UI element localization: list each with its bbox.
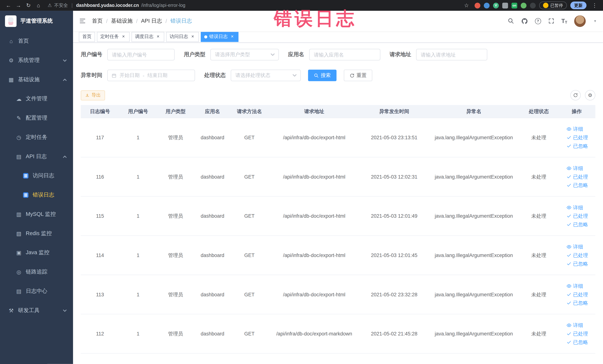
filter-label-user-type: 用户类型 — [184, 51, 205, 58]
fullscreen-icon[interactable] — [548, 18, 555, 24]
github-icon[interactable] — [521, 17, 528, 24]
mark-processed-link[interactable]: 已处理 — [567, 252, 588, 259]
export-button[interactable]: 导出 — [81, 90, 105, 100]
close-icon[interactable]: × — [190, 34, 195, 39]
cell-log-id: 114 — [81, 252, 119, 258]
browser-forward-icon[interactable]: → — [14, 1, 23, 10]
user-no-input[interactable] — [107, 49, 175, 60]
detail-link[interactable]: 详细 — [567, 243, 583, 250]
vue-devtools-icon[interactable]: V — [493, 2, 499, 8]
sidebar-item-config-management[interactable]: ✎ 配置管理 — [0, 108, 73, 128]
search-button-label: 搜索 — [321, 72, 331, 79]
tab-access-log[interactable]: 访问日志 × — [166, 32, 199, 42]
sidebar-item-label: 日志中心 — [26, 288, 47, 295]
extension-on-badge[interactable]: on — [511, 2, 517, 8]
close-icon[interactable]: × — [121, 34, 126, 39]
sidebar-item-system[interactable]: ⚙ 系统管理 — [0, 51, 73, 70]
search-icon[interactable] — [508, 18, 514, 24]
browser-home-icon[interactable]: ⌂ — [34, 1, 43, 10]
mark-processed-link[interactable]: 已处理 — [567, 173, 588, 180]
mark-ignored-link[interactable]: 已忽略 — [567, 182, 588, 188]
mark-ignored-link[interactable]: 已忽略 — [567, 260, 588, 267]
sidebar-item-dev-tools[interactable]: ⚒ 研发工具 — [0, 301, 73, 320]
detail-link[interactable]: 详细 — [567, 165, 583, 172]
mark-ignored-link[interactable]: 已忽略 — [567, 143, 588, 150]
breadcrumb-item[interactable]: API 日志 — [141, 17, 162, 24]
avatar-caret-icon[interactable]: ▾ — [594, 19, 596, 23]
detail-link[interactable]: 详细 — [567, 126, 583, 132]
help-icon[interactable]: ? — [535, 18, 541, 24]
exception-time-range-picker[interactable]: 开始日期 - 结束日期 — [107, 70, 195, 81]
user-type-select[interactable]: 请选择用户类型 — [210, 49, 279, 60]
tab-home[interactable]: 首页 — [79, 32, 95, 42]
gear-icon: ⚙ — [8, 57, 14, 63]
document-icon: ▤ — [15, 153, 22, 160]
app-logo[interactable]: 芋道管理系统 — [0, 11, 73, 32]
cell-exception-name: java.lang.IllegalArgumentException — [428, 252, 520, 258]
cell-status: 未处理 — [520, 134, 558, 141]
browser-reload-icon[interactable]: ↻ — [24, 1, 33, 10]
bookmark-star-icon[interactable]: ☆ — [462, 1, 471, 10]
sidebar-item-java-monitor[interactable]: ▣ Java 监控 — [0, 243, 73, 262]
paused-badge[interactable]: 已暂停 — [539, 1, 567, 9]
sidebar-item-scheduled-jobs[interactable]: ◷ 定时任务 — [0, 128, 73, 147]
status-select[interactable]: 请选择处理状态 — [231, 70, 301, 81]
cell-exception-name: java.lang.IllegalArgumentException — [428, 213, 520, 219]
cell-user-type: 管理员 — [157, 173, 194, 180]
request-url-input[interactable] — [416, 49, 487, 60]
header-actions: ? TT ▾ — [508, 15, 603, 27]
breadcrumb-item[interactable]: 基础设施 — [111, 17, 133, 24]
mark-processed-link[interactable]: 已处理 — [567, 134, 588, 141]
tab-schedule-log[interactable]: 调度日志 × — [132, 32, 164, 42]
sidebar-item-api-log[interactable]: ▤ API 日志 — [0, 147, 73, 166]
sidebar-item-tracing[interactable]: ◎ 链路追踪 — [0, 262, 73, 282]
detail-link[interactable]: 详细 — [567, 322, 583, 329]
browser-toolbar: ← → ↻ ⌂ ⚠ 不安全 | dashboard.yudao.iocoder.… — [0, 0, 603, 11]
cell-actions: 详细 已处理 已忽略 — [558, 282, 595, 306]
sidebar-item-mysql-monitor[interactable]: ▥ MySQL 监控 — [0, 205, 73, 224]
detail-link[interactable]: 详细 — [567, 282, 583, 289]
extension-icon-green[interactable] — [521, 2, 526, 8]
app-name-input[interactable] — [309, 49, 380, 60]
extension-icon-red[interactable] — [475, 2, 480, 8]
column-settings-button[interactable]: ⚙ — [585, 90, 595, 100]
table-toolbar: 导出 ⚙ — [81, 90, 595, 100]
font-size-icon[interactable]: TT — [561, 18, 567, 24]
tab-error-log[interactable]: 错误日志 × — [201, 32, 238, 42]
mark-processed-link[interactable]: 已处理 — [567, 212, 588, 219]
close-icon[interactable]: × — [155, 34, 161, 39]
sidebar-item-redis-monitor[interactable]: ▧ Redis 监控 — [0, 224, 73, 243]
extensions-puzzle-icon[interactable] — [502, 2, 508, 8]
sidebar-item-access-log[interactable]: 访问日志 — [0, 166, 73, 186]
browser-back-icon[interactable]: ← — [4, 1, 13, 10]
sidebar-item-file-management[interactable]: ☁ 文件管理 — [0, 89, 73, 108]
sidebar-item-log-center[interactable]: ▤ 日志中心 — [0, 282, 73, 301]
refresh-button[interactable] — [570, 90, 581, 100]
breadcrumb-item[interactable]: 首页 — [92, 17, 103, 24]
mark-ignored-link[interactable]: 已忽略 — [567, 299, 588, 306]
extension-icon-blue[interactable] — [484, 2, 489, 8]
search-button[interactable]: 搜索 — [308, 70, 337, 81]
close-icon[interactable]: × — [230, 34, 235, 39]
reset-button[interactable]: 重置 — [344, 70, 372, 81]
mark-ignored-link[interactable]: 已忽略 — [567, 339, 588, 346]
cell-user-id: 1 — [119, 213, 157, 219]
url-host: dashboard.yudao.iocoder.cn — [76, 3, 139, 8]
mark-ignored-link[interactable]: 已忽略 — [567, 221, 588, 228]
chrome-update-button[interactable]: 更新 — [570, 1, 587, 9]
sidebar-item-infrastructure[interactable]: ▦ 基础设施 — [0, 70, 73, 89]
export-button-label: 导出 — [92, 92, 101, 98]
table-row: 117 1 管理员 dashboard GET /api/infra/db-do… — [81, 118, 595, 157]
user-avatar[interactable] — [574, 15, 586, 27]
address-bar[interactable]: ⚠ 不安全 | dashboard.yudao.iocoder.cn/infra… — [48, 2, 185, 9]
cell-user-type: 管理员 — [157, 212, 194, 219]
mark-processed-link[interactable]: 已处理 — [567, 330, 588, 337]
mark-processed-link[interactable]: 已处理 — [567, 291, 588, 298]
browser-menu-icon[interactable]: ⋮ — [590, 1, 599, 10]
tab-scheduled-jobs[interactable]: 定时任务 × — [97, 32, 129, 42]
sidebar-item-home[interactable]: ⌂ 首页 — [0, 32, 73, 51]
extension-icon-paw[interactable] — [530, 2, 536, 8]
hamburger-icon[interactable] — [73, 18, 92, 24]
detail-link[interactable]: 详细 — [567, 204, 583, 211]
sidebar-item-error-log[interactable]: 错误日志 — [0, 186, 73, 205]
